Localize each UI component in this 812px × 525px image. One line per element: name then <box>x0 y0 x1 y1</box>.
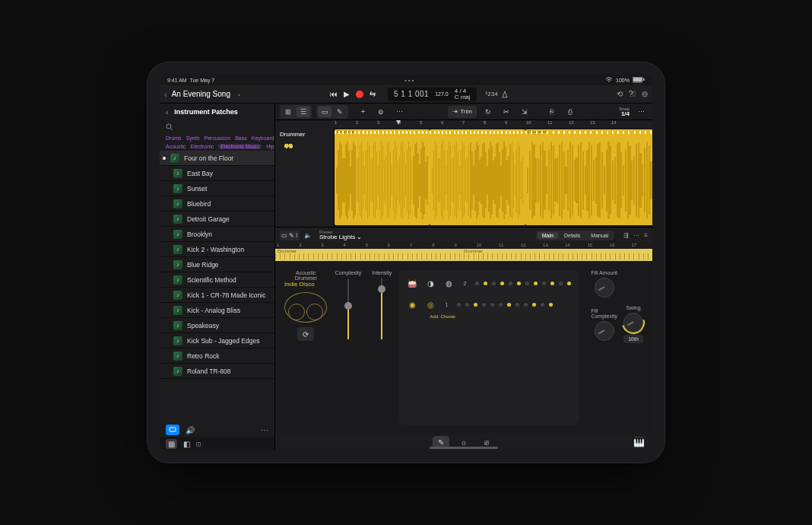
pattern-dot[interactable] <box>559 282 563 285</box>
editor-region-lane[interactable]: Drummer Drummer <box>275 249 652 261</box>
fill-amount-knob[interactable] <box>595 278 614 298</box>
tab-details[interactable]: Details <box>560 232 585 239</box>
patch-item[interactable]: Four on the Floor <box>160 151 274 166</box>
snap-display[interactable]: Snap1/4 <box>619 107 630 117</box>
pattern-row-1[interactable] <box>475 282 571 285</box>
ed-region-button[interactable]: ▭ <box>281 232 287 239</box>
hihat-icon[interactable]: ◑ <box>425 278 436 288</box>
lcd-display[interactable]: 5 1 1 001 127.0 4 / 4 C maj <box>388 88 477 101</box>
pattern-dot[interactable] <box>549 303 553 307</box>
track-more-icon[interactable]: ⋯ <box>392 107 406 117</box>
pattern-dot[interactable] <box>525 282 529 285</box>
pattern-dot[interactable] <box>509 282 512 285</box>
patch-item[interactable]: Kick - Analog Bliss <box>160 303 274 318</box>
sounds-tab-icon[interactable]: ◧ <box>183 440 190 448</box>
add-track-button[interactable]: ＋ <box>356 107 370 117</box>
list-view-button[interactable]: ☰ <box>297 107 310 117</box>
pattern-dot[interactable] <box>532 303 536 307</box>
patch-item[interactable]: Roland TR-808 <box>160 364 274 379</box>
patch-item[interactable]: Scientific Method <box>160 272 274 288</box>
trim-tool-button[interactable]: ⇥ Trim <box>448 106 477 118</box>
pattern-dot[interactable] <box>492 282 496 285</box>
pencil-tool-button[interactable]: ✎ <box>333 107 347 117</box>
bar-ruler[interactable]: 1234567891011121314 <box>275 120 652 128</box>
category-chip[interactable]: Drums <box>166 135 182 141</box>
pattern-dot[interactable] <box>534 282 538 285</box>
pattern-dot[interactable] <box>567 282 571 285</box>
patch-item[interactable]: Detroit Garage <box>160 212 274 227</box>
patch-item[interactable]: Bluebird <box>160 196 274 212</box>
copy-icon[interactable]: ⎘ <box>545 107 559 117</box>
pattern-dot[interactable] <box>482 303 486 307</box>
cycle-button[interactable]: ⇆ <box>370 90 376 98</box>
drummer-style[interactable]: Indie Disco <box>284 281 328 288</box>
pointer-tool-button[interactable]: ▭ <box>318 107 331 117</box>
pattern-dot[interactable] <box>490 303 494 307</box>
patch-item[interactable]: Kick 2 - Washington <box>160 242 274 257</box>
volume-icon[interactable]: 🔊 <box>186 426 195 434</box>
tab-manual[interactable]: Manual <box>586 232 613 239</box>
paste-icon[interactable]: ⎙ <box>563 107 577 117</box>
pattern-dot[interactable] <box>475 282 479 285</box>
pattern-dot[interactable] <box>517 282 521 285</box>
patch-item[interactable]: Brooklyn <box>160 227 274 242</box>
ed-mute-icon[interactable]: 🔈 <box>304 232 312 239</box>
pattern-dot[interactable] <box>550 282 554 285</box>
category-chip[interactable]: Keyboard <box>252 135 274 141</box>
track-settings-icon[interactable]: ⊚ <box>374 107 388 117</box>
patch-item[interactable]: Speakeasy <box>160 318 274 333</box>
join-icon[interactable]: ⇲ <box>518 107 531 117</box>
pattern-dot[interactable] <box>541 303 544 307</box>
track-lane[interactable]: 1 DrummerDrummer <box>335 128 652 227</box>
ed-brush-button[interactable]: ⁞ <box>296 232 298 239</box>
fill-complexity-knob[interactable] <box>595 321 614 341</box>
pattern-dot[interactable] <box>499 303 503 307</box>
pattern-dot[interactable] <box>515 303 519 307</box>
ed-filter-icon[interactable]: ⇶ <box>623 232 629 239</box>
loop-tool-icon[interactable]: ↻ <box>481 107 495 117</box>
regenerate-button[interactable]: ⟳ <box>297 327 314 341</box>
tab-main[interactable]: Main <box>538 232 558 239</box>
settings-icon[interactable]: ⊖ <box>642 90 648 98</box>
preset-value[interactable]: Strobe Lights ⌄ <box>319 234 362 240</box>
audio-region[interactable]: Drummer <box>335 129 430 225</box>
ed-more-icon[interactable]: ⋯ <box>633 232 639 239</box>
patch-list[interactable]: Four on the FloorEast BaySunsetBluebirdD… <box>160 151 274 423</box>
pattern-dot[interactable] <box>484 282 487 285</box>
history-icon[interactable]: ⟲ <box>617 90 623 98</box>
category-chip[interactable]: Electronic Music <box>218 144 262 149</box>
pattern-dot[interactable] <box>457 303 461 307</box>
ride-icon[interactable]: ◍ <box>443 278 454 288</box>
swing-knob[interactable] <box>623 313 643 332</box>
scissors-icon[interactable]: ✂ <box>500 107 513 117</box>
project-menu-chevron-icon[interactable]: ⌄ <box>236 91 242 97</box>
track-header[interactable]: Drummer <box>275 128 335 227</box>
ed-list-icon[interactable]: ≡ <box>644 232 648 239</box>
category-chip[interactable]: Acoustic <box>166 144 186 149</box>
category-chip[interactable]: Electronic <box>190 144 214 149</box>
input-monitor-button[interactable] <box>166 425 179 435</box>
help-icon[interactable]: ?⃝ <box>629 90 636 98</box>
play-button[interactable]: ▶ <box>344 90 350 98</box>
patch-item[interactable]: East Bay <box>160 166 274 181</box>
keyboard-mode-button[interactable]: 🎹 <box>633 437 645 447</box>
swing-value[interactable]: 16th <box>623 335 643 343</box>
pattern-dot[interactable] <box>507 303 511 307</box>
patch-item[interactable]: Blue Ridge <box>160 257 274 272</box>
pattern-dot[interactable] <box>500 282 504 285</box>
pattern-row-2[interactable] <box>457 303 553 307</box>
pattern-dot[interactable] <box>542 282 546 285</box>
add-label[interactable]: Add: Chords <box>430 314 571 319</box>
kick-icon[interactable]: ◉ <box>407 299 417 310</box>
editor-ruler[interactable]: 1234567891011121314151617 <box>275 243 652 249</box>
patch-item[interactable]: Kick Sub - Jagged Edges <box>160 333 274 348</box>
more-icon[interactable]: ⋯ <box>261 426 268 434</box>
tuner-button[interactable]: ¹234 <box>486 91 509 98</box>
cymbal-icon[interactable]: 🥁 <box>407 278 417 288</box>
patch-item[interactable]: Retro Rock <box>160 348 274 364</box>
grid-view-button[interactable]: ⊞ <box>281 107 295 117</box>
back-button[interactable]: ‹ <box>164 90 167 99</box>
audio-region[interactable]: Drummer <box>525 129 655 225</box>
audio-region[interactable] <box>430 129 525 225</box>
pattern-dot[interactable] <box>474 303 477 307</box>
